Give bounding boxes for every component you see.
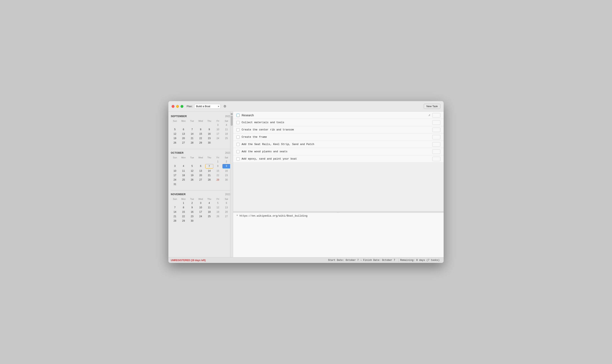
- day-cell[interactable]: 28: [188, 141, 196, 145]
- day-cell[interactable]: 4: [222, 123, 231, 127]
- day-cell[interactable]: 28: [205, 178, 213, 182]
- day-cell[interactable]: 7: [188, 127, 196, 131]
- day-cell[interactable]: 16: [222, 169, 231, 173]
- day-cell[interactable]: 1: [179, 201, 187, 205]
- day-cell[interactable]: 15: [196, 132, 204, 136]
- day-cell[interactable]: 24: [214, 136, 222, 140]
- day-cell[interactable]: 29: [179, 219, 187, 223]
- day-cell[interactable]: 6: [179, 127, 187, 131]
- day-cell[interactable]: 20: [222, 210, 231, 214]
- day-cell[interactable]: 22: [214, 173, 222, 177]
- day-cell[interactable]: 25: [205, 214, 213, 218]
- task-row-center-rib[interactable]: Create the center rib and transom: [233, 126, 444, 133]
- day-cell[interactable]: 14: [171, 210, 179, 214]
- close-button[interactable]: [172, 105, 175, 108]
- day-cell[interactable]: 2: [188, 201, 196, 205]
- day-cell[interactable]: 17: [196, 210, 204, 214]
- task-row-collect[interactable]: Collect materials and tools: [233, 119, 444, 126]
- day-cell[interactable]: 22: [196, 136, 204, 140]
- day-cell[interactable]: 25: [179, 178, 187, 182]
- day-cell[interactable]: 13: [196, 169, 204, 173]
- day-cell[interactable]: 31: [171, 182, 179, 186]
- day-cell-today[interactable]: 7: [205, 164, 213, 169]
- day-cell[interactable]: 18: [205, 210, 213, 214]
- task-date-frame[interactable]: [432, 135, 440, 139]
- day-cell[interactable]: 30: [222, 178, 231, 182]
- day-cell[interactable]: 29: [196, 141, 204, 145]
- task-checkbox-planks[interactable]: [236, 150, 240, 153]
- day-cell[interactable]: 1: [214, 159, 222, 164]
- task-row-research[interactable]: Research ↗: [233, 112, 444, 119]
- day-cell[interactable]: 14: [188, 132, 196, 136]
- day-cell[interactable]: 8: [214, 164, 222, 169]
- day-cell[interactable]: 12: [171, 132, 179, 136]
- minimize-button[interactable]: [176, 105, 179, 108]
- day-cell[interactable]: 3: [214, 123, 222, 127]
- day-cell[interactable]: 25: [222, 136, 231, 140]
- task-checkbox-epoxy[interactable]: [236, 157, 240, 161]
- day-cell[interactable]: 20: [179, 136, 187, 140]
- task-date-center-rib[interactable]: [432, 128, 440, 132]
- day-cell[interactable]: 13: [222, 206, 231, 209]
- task-row-frame[interactable]: Create the frame: [233, 133, 444, 141]
- day-cell[interactable]: 22: [179, 214, 187, 218]
- day-cell[interactable]: 11: [222, 127, 231, 131]
- maximize-button[interactable]: [180, 105, 183, 108]
- day-cell[interactable]: 6: [196, 164, 204, 169]
- day-cell[interactable]: 14: [205, 169, 213, 173]
- day-cell[interactable]: 21: [205, 173, 213, 177]
- task-checkbox-collect[interactable]: [236, 121, 240, 124]
- day-cell[interactable]: 30: [205, 141, 213, 145]
- day-cell[interactable]: 24: [196, 214, 204, 218]
- task-checkbox-frame[interactable]: [236, 135, 240, 139]
- day-cell[interactable]: 18: [222, 132, 231, 136]
- day-cell[interactable]: 5: [171, 127, 179, 131]
- day-cell[interactable]: 10: [196, 206, 204, 209]
- day-cell[interactable]: 28: [171, 219, 179, 223]
- task-row-planks[interactable]: Add the wood planks and seats: [233, 148, 444, 155]
- day-cell[interactable]: 2: [222, 159, 231, 164]
- notes-area[interactable]: * https://en.wikipedia.org/wiki/Boat_bui…: [233, 213, 444, 257]
- day-cell[interactable]: 4: [179, 164, 187, 169]
- day-cell[interactable]: 8: [196, 127, 204, 131]
- task-checkbox-research[interactable]: [236, 114, 240, 117]
- day-cell[interactable]: 17: [214, 132, 222, 136]
- new-task-button[interactable]: New Task: [424, 104, 440, 109]
- gear-button[interactable]: ⚙: [222, 104, 228, 109]
- day-cell-selected[interactable]: 9: [222, 164, 231, 169]
- day-cell[interactable]: 24: [171, 178, 179, 182]
- day-cell[interactable]: 17: [171, 173, 179, 177]
- day-cell[interactable]: 16: [205, 132, 213, 136]
- day-cell[interactable]: 15: [179, 210, 187, 214]
- day-cell[interactable]: 23: [222, 173, 231, 177]
- day-cell[interactable]: 6: [222, 201, 231, 205]
- day-cell[interactable]: 15: [214, 169, 222, 173]
- task-checkbox-center-rib[interactable]: [236, 128, 240, 131]
- day-cell[interactable]: 29: [214, 178, 222, 182]
- day-cell[interactable]: 10: [171, 169, 179, 173]
- task-date-research[interactable]: [432, 113, 440, 117]
- day-cell[interactable]: 27: [196, 178, 204, 182]
- day-cell[interactable]: 7: [171, 206, 179, 209]
- day-cell[interactable]: 23: [205, 136, 213, 140]
- day-cell[interactable]: 27: [179, 141, 187, 145]
- day-cell[interactable]: 16: [188, 210, 196, 214]
- day-cell[interactable]: 8: [179, 206, 187, 209]
- day-cell[interactable]: 18: [179, 173, 187, 177]
- day-cell[interactable]: 20: [196, 173, 204, 177]
- day-cell[interactable]: 19: [171, 136, 179, 140]
- day-cell[interactable]: 9: [188, 206, 196, 209]
- task-date-planks[interactable]: [432, 149, 440, 154]
- day-cell[interactable]: 27: [222, 214, 231, 218]
- scrollbar-thumb[interactable]: [231, 116, 233, 126]
- day-cell[interactable]: 5: [188, 164, 196, 169]
- day-cell[interactable]: 10: [214, 127, 222, 131]
- day-cell[interactable]: 11: [205, 206, 213, 209]
- task-date-seat-rails[interactable]: [432, 142, 440, 147]
- day-cell[interactable]: 19: [188, 173, 196, 177]
- day-cell[interactable]: 23: [188, 214, 196, 218]
- day-cell[interactable]: 19: [214, 210, 222, 214]
- resize-handle[interactable]: ...: [233, 211, 444, 213]
- task-date-collect[interactable]: [432, 120, 440, 125]
- task-checkbox-seat-rails[interactable]: [236, 143, 240, 146]
